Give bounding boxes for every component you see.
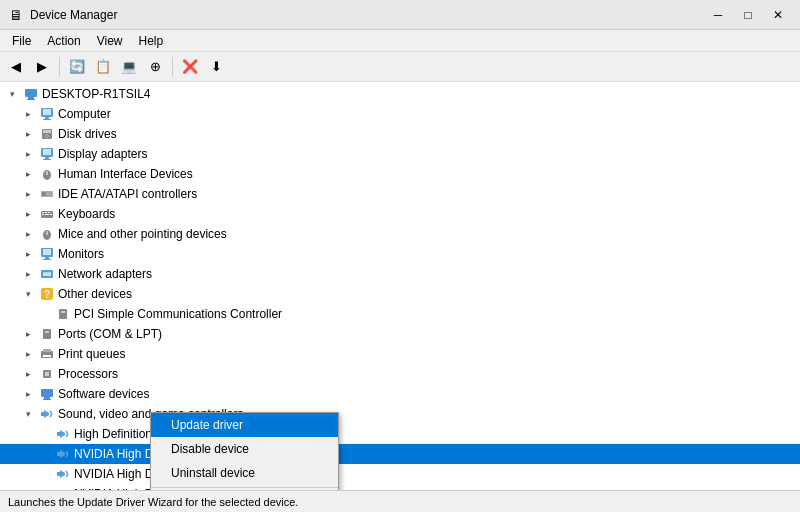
expand-icon[interactable]: ▸ bbox=[20, 326, 36, 342]
device-label: Keyboards bbox=[58, 207, 115, 221]
svg-rect-23 bbox=[42, 214, 44, 215]
expand-icon[interactable]: ▸ bbox=[20, 186, 36, 202]
app-icon: 🖥 bbox=[8, 7, 24, 23]
device-label: Processors bbox=[58, 367, 118, 381]
expand-icon[interactable]: ▸ bbox=[20, 166, 36, 182]
svg-rect-21 bbox=[45, 212, 47, 213]
svg-rect-5 bbox=[45, 117, 49, 119]
context-menu-item-disable[interactable]: Disable device bbox=[151, 437, 338, 461]
expand-icon[interactable] bbox=[36, 426, 52, 442]
device-icon bbox=[39, 266, 55, 282]
expand-icon[interactable]: ▸ bbox=[20, 206, 36, 222]
expand-icon[interactable]: ▸ bbox=[20, 366, 36, 382]
device-icon bbox=[39, 106, 55, 122]
menu-item-view[interactable]: View bbox=[89, 32, 131, 50]
tree-item[interactable]: ▸Ports (COM & LPT) bbox=[0, 324, 800, 344]
expand-icon[interactable]: ▸ bbox=[20, 346, 36, 362]
svg-rect-24 bbox=[45, 214, 49, 215]
svg-point-10 bbox=[46, 135, 48, 137]
svg-rect-37 bbox=[59, 309, 67, 319]
toolbar-back-button[interactable]: ◀ bbox=[4, 55, 28, 79]
tree-item[interactable]: ▾?Other devices bbox=[0, 284, 800, 304]
device-icon bbox=[39, 366, 55, 382]
tree-item[interactable]: NVIDIA High Definition Audio bbox=[0, 444, 800, 464]
device-label: Computer bbox=[58, 107, 111, 121]
svg-rect-40 bbox=[45, 331, 49, 333]
expand-icon[interactable]: ▸ bbox=[20, 386, 36, 402]
device-label: Mice and other pointing devices bbox=[58, 227, 227, 241]
svg-rect-51 bbox=[57, 432, 60, 436]
expand-icon[interactable]: ▸ bbox=[20, 126, 36, 142]
toolbar-properties-button[interactable]: 📋 bbox=[91, 55, 115, 79]
svg-rect-49 bbox=[41, 412, 44, 416]
svg-rect-39 bbox=[43, 329, 51, 339]
device-icon bbox=[39, 206, 55, 222]
tree-item[interactable]: NVIDIA High Def... bbox=[0, 464, 800, 484]
menu-item-action[interactable]: Action bbox=[39, 32, 88, 50]
svg-rect-46 bbox=[41, 389, 53, 397]
expand-icon[interactable] bbox=[36, 466, 52, 482]
svg-rect-53 bbox=[57, 452, 60, 456]
menu-item-help[interactable]: Help bbox=[131, 32, 172, 50]
toolbar-separator-2 bbox=[172, 57, 173, 77]
expand-icon[interactable]: ▾ bbox=[4, 86, 20, 102]
close-button[interactable]: ✕ bbox=[764, 4, 792, 26]
tree-item[interactable]: PCI Simple Communications Controller bbox=[0, 304, 800, 324]
toolbar-uninstall-button[interactable]: ❌ bbox=[178, 55, 202, 79]
svg-rect-6 bbox=[43, 119, 51, 120]
tree-item[interactable]: ▾Sound, video and game controllers bbox=[0, 404, 800, 424]
device-label: Network adapters bbox=[58, 267, 152, 281]
toolbar-forward-button[interactable]: ▶ bbox=[30, 55, 54, 79]
expand-icon[interactable]: ▾ bbox=[20, 286, 36, 302]
svg-marker-50 bbox=[44, 410, 49, 418]
expand-icon[interactable] bbox=[36, 446, 52, 462]
svg-rect-48 bbox=[43, 399, 51, 400]
main-content: ▾DESKTOP-R1TSIL4▸Computer▸Disk drives▸Di… bbox=[0, 82, 800, 490]
tree-item[interactable]: ▸Keyboards bbox=[0, 204, 800, 224]
svg-rect-20 bbox=[42, 212, 44, 213]
device-icon bbox=[39, 146, 55, 162]
device-icon bbox=[39, 246, 55, 262]
tree-item[interactable]: ▸Display adapters bbox=[0, 144, 800, 164]
tree-item[interactable]: ▸Mice and other pointing devices bbox=[0, 224, 800, 244]
expand-icon[interactable]: ▸ bbox=[20, 266, 36, 282]
expand-icon[interactable] bbox=[36, 306, 52, 322]
device-label: Human Interface Devices bbox=[58, 167, 193, 181]
expand-icon[interactable] bbox=[36, 486, 52, 490]
toolbar-scan-button[interactable]: ⬇ bbox=[204, 55, 228, 79]
device-label: Other devices bbox=[58, 287, 132, 301]
menu-item-file[interactable]: File bbox=[4, 32, 39, 50]
minimize-button[interactable]: ─ bbox=[704, 4, 732, 26]
svg-rect-22 bbox=[48, 212, 50, 213]
tree-item[interactable]: ▸Software devices bbox=[0, 384, 800, 404]
tree-item[interactable]: High Definition Audio Device bbox=[0, 424, 800, 444]
tree-item[interactable]: ▸Print queues bbox=[0, 344, 800, 364]
tree-item[interactable]: NVIDIA High Def... bbox=[0, 484, 800, 490]
tree-item[interactable]: ▸Monitors bbox=[0, 244, 800, 264]
expand-icon[interactable]: ▸ bbox=[20, 226, 36, 242]
tree-item[interactable]: ▸Computer bbox=[0, 104, 800, 124]
expand-icon[interactable]: ▸ bbox=[20, 246, 36, 262]
svg-rect-2 bbox=[27, 99, 35, 100]
toolbar-update-driver-button[interactable]: 💻 bbox=[117, 55, 141, 79]
tree-item[interactable]: ▸Processors bbox=[0, 364, 800, 384]
expand-icon[interactable]: ▸ bbox=[20, 146, 36, 162]
toolbar-refresh-button[interactable]: 🔄 bbox=[65, 55, 89, 79]
tree-item[interactable]: ▸Human Interface Devices bbox=[0, 164, 800, 184]
maximize-button[interactable]: □ bbox=[734, 4, 762, 26]
device-label: DESKTOP-R1TSIL4 bbox=[42, 87, 150, 101]
tree-item[interactable]: ▾DESKTOP-R1TSIL4 bbox=[0, 84, 800, 104]
svg-marker-52 bbox=[60, 430, 65, 438]
context-menu-item-uninstall[interactable]: Uninstall device bbox=[151, 461, 338, 485]
device-icon bbox=[23, 86, 39, 102]
toolbar-disable-button[interactable]: ⊕ bbox=[143, 55, 167, 79]
device-icon bbox=[55, 426, 71, 442]
device-tree[interactable]: ▾DESKTOP-R1TSIL4▸Computer▸Disk drives▸Di… bbox=[0, 82, 800, 490]
device-icon bbox=[39, 406, 55, 422]
tree-item[interactable]: ▸Network adapters bbox=[0, 264, 800, 284]
context-menu-item-update[interactable]: Update driver bbox=[151, 413, 338, 437]
tree-item[interactable]: ▸Disk drives bbox=[0, 124, 800, 144]
expand-icon[interactable]: ▸ bbox=[20, 106, 36, 122]
expand-icon[interactable]: ▾ bbox=[20, 406, 36, 422]
tree-item[interactable]: ▸IDE ATA/ATAPI controllers bbox=[0, 184, 800, 204]
